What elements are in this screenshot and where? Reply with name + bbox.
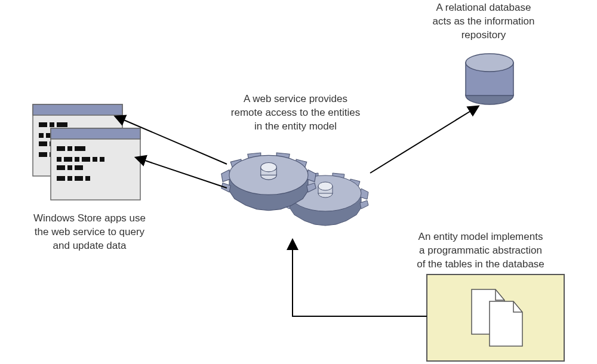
svg-line-36	[143, 160, 227, 188]
database-icon	[466, 54, 513, 104]
svg-line-35	[122, 119, 227, 164]
windows-icons	[33, 104, 140, 200]
web-service-label: A web service providesremote access to t…	[218, 92, 373, 134]
apps-label: Windows Store apps usethe web service to…	[24, 212, 155, 253]
svg-point-33	[466, 54, 513, 72]
entity-model-box	[427, 274, 564, 361]
svg-line-37	[370, 110, 472, 173]
entity-model-label: An entity model implementsa programmatic…	[397, 230, 564, 272]
arrows	[122, 110, 472, 316]
svg-point-31	[466, 87, 513, 104]
gears-icon	[221, 153, 368, 226]
svg-rect-34	[427, 274, 564, 361]
svg-rect-32	[466, 63, 513, 95]
database-label: A relational databaseacts as the informa…	[406, 1, 561, 42]
